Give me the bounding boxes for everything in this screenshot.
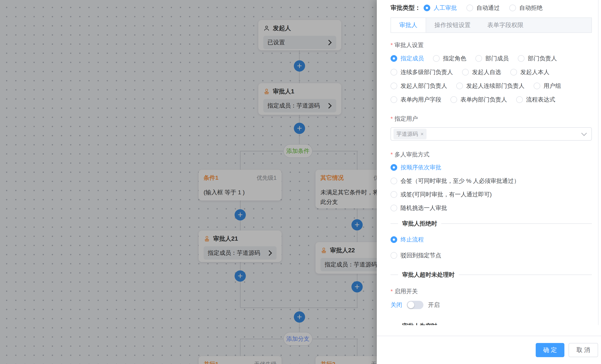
radio-icon [475,55,482,62]
radio-terminate-process[interactable]: 终止流程 [391,236,424,243]
radio-orsign[interactable]: 或签(可同时审批，有一人通过即可) [391,191,492,198]
radio-user-group[interactable]: 用户组 [534,82,561,90]
radio-dept-leader[interactable]: 部门负责人 [518,54,557,62]
radio-icon [391,191,397,198]
approver-setting-label: * 审批人设置 [391,41,592,49]
cancel-button[interactable]: 取 消 [569,343,598,357]
enable-switch-label: * 启用开关 [391,287,592,295]
scrollbar[interactable] [598,0,599,325]
radio-icon [424,5,430,11]
radio-icon [462,69,469,75]
required-asterisk: * [391,151,393,158]
tab-form-field-permissions[interactable]: 表单字段权限 [479,18,532,32]
radio-countersign[interactable]: 会签（可同时审批，至少 % 人必须审批通过） [391,177,520,185]
radio-icon [534,82,540,89]
assign-user-select[interactable]: 芋道源码 × [391,127,592,141]
drawer-scroll-area[interactable]: 审批类型： 人工审批 自动通过 自动拒绝 审批人 操作按钮设置 表单字段权 [377,0,601,325]
reject-section-divider: 审批人拒绝时 [391,220,592,228]
radio-form-user-field[interactable]: 表单内用户字段 [391,96,441,104]
radio-icon [391,236,397,243]
required-asterisk: * [391,115,393,122]
approver-setting-row4: 表单内用户字段 表单内部门负责人 流程表达式 [391,95,592,104]
radio-icon [391,82,397,89]
radio-random-one[interactable]: 随机挑选一人审批 [391,204,447,212]
switch-on-label: 开启 [428,301,440,309]
tab-action-buttons[interactable]: 操作按钮设置 [426,18,479,32]
multi-approve-option: 会签（可同时审批，至少 % 人必须审批通过） [391,176,592,185]
radio-auto-approve[interactable]: 自动通过 [466,4,500,12]
reject-option: 终止流程 [391,235,592,244]
approval-type-label: 审批类型： [391,4,421,12]
radio-icon [466,5,473,11]
timeout-section-title: 审批人超时未处理时 [402,271,455,279]
radio-initiator-multi-dept-leader[interactable]: 发起人连续部门负责人 [456,82,524,90]
approver-setting-row2: 连续多级部门负责人 发起人自选 发起人本人 [391,68,592,77]
timeout-section-divider: 审批人超时未处理时 [391,271,592,279]
radio-return-to-node[interactable]: 驳回到指定节点 [391,252,441,259]
enable-switch-row: 关闭 开启 [391,301,592,309]
radio-form-dept-leader[interactable]: 表单内部门负责人 [451,96,507,104]
empty-section-divider: 审批人为空时 [391,322,592,325]
radio-icon [391,205,397,211]
radio-auto-reject[interactable]: 自动拒绝 [509,4,542,12]
radio-process-expression[interactable]: 流程表达式 [516,96,555,104]
radio-icon [518,55,524,62]
radio-dept-member[interactable]: 部门成员 [475,54,509,62]
tab-approver[interactable]: 审批人 [391,18,426,32]
reject-option: 驳回到指定节点 [391,251,592,260]
radio-icon [391,55,397,62]
radio-icon [510,69,517,75]
radio-multi-level-dept-leader[interactable]: 连续多级部门负责人 [391,68,453,76]
radio-icon [516,96,523,103]
radio-icon [391,178,397,184]
bpm-flow-designer: 发起人 已设置 + 审批人1 指定成员：芋道源码 + [0,0,601,364]
approval-type-row: 审批类型： 人工审批 自动通过 自动拒绝 [391,4,592,12]
chevron-down-icon [581,130,587,136]
radio-manual-approve[interactable]: 人工审批 [424,4,457,12]
approver-setting-row1: 指定成员 指定角色 部门成员 部门负责人 [391,54,592,63]
assign-user-label: * 指定用户 [391,115,592,123]
multi-approve-option: 按顺序依次审批 [391,163,592,172]
approver-setting-row3: 发起人部门负责人 发起人连续部门负责人 用户组 [391,81,592,90]
radio-icon [456,82,463,89]
radio-icon [509,5,516,11]
required-asterisk: * [391,42,393,49]
radio-icon [391,164,397,171]
multi-approve-option: 随机挑选一人审批 [391,203,592,212]
radio-icon [433,55,440,62]
radio-sequential-approve[interactable]: 按顺序依次审批 [391,163,441,172]
confirm-button[interactable]: 确 定 [536,343,564,357]
multi-approve-option: 或签(可同时审批，有一人通过即可) [391,190,592,199]
radio-icon [451,96,457,103]
tag-close-icon[interactable]: × [421,131,424,137]
selected-user-tag: 芋道源码 × [393,129,427,139]
radio-icon [391,96,397,103]
drawer-footer: 确 定 取 消 [377,336,601,364]
timeout-toggle-switch[interactable] [407,301,423,309]
approver-config-drawer: 审批类型： 人工审批 自动通过 自动拒绝 审批人 操作按钮设置 表单字段权 [377,0,601,364]
radio-designated-member[interactable]: 指定成员 [391,54,424,62]
radio-initiator-dept-leader[interactable]: 发起人部门负责人 [391,82,447,90]
modal-overlay[interactable] [0,0,377,364]
empty-section-title: 审批人为空时 [402,322,437,325]
selected-user-name: 芋道源码 [396,131,418,138]
radio-icon [391,252,397,259]
radio-initiator-self[interactable]: 发起人本人 [510,68,550,76]
reject-section-title: 审批人拒绝时 [402,220,437,228]
multi-approve-label: * 多人审批方式 [391,151,592,159]
radio-designated-role[interactable]: 指定角色 [433,54,466,62]
switch-off-label: 关闭 [391,301,402,309]
radio-initiator-select[interactable]: 发起人自选 [462,68,501,76]
required-asterisk: * [391,288,393,295]
drawer-tabs: 审批人 操作按钮设置 表单字段权限 [391,18,592,33]
radio-icon [391,69,397,75]
